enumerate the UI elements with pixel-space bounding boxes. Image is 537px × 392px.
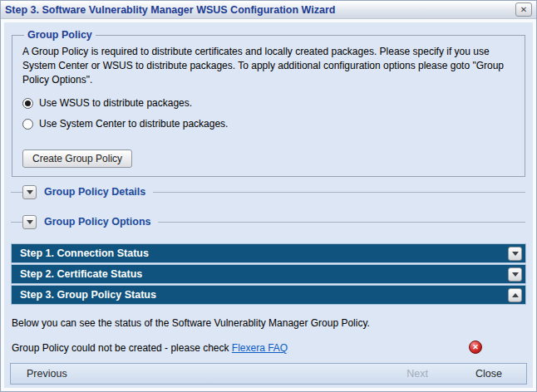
step1-toggle-button[interactable] (508, 247, 522, 261)
section-group-policy-options: Group Policy Options (11, 207, 526, 237)
step3-label: Step 3. Group Policy Status (20, 289, 156, 301)
content-area: Group Policy A Group Policy is required … (4, 22, 533, 388)
step2-label: Step 2. Certificate Status (20, 268, 142, 280)
section-label: Group Policy Details (44, 186, 145, 198)
radio-system-center-label: Use System Center to distribute packages… (39, 118, 228, 130)
status-error-row: Group Policy could not be created - plea… (12, 342, 525, 354)
dialog-title: Step 3. Software Vulnerablity Manager WS… (5, 4, 335, 16)
create-group-policy-button[interactable]: Create Group Policy (22, 149, 132, 168)
status-error-text: Group Policy could not be created - plea… (12, 342, 288, 354)
dialog-body: Group Policy A Group Policy is required … (1, 19, 536, 391)
close-wizard-button[interactable]: Close (475, 368, 502, 380)
chevron-down-icon (27, 220, 33, 224)
close-button[interactable]: ✕ (515, 2, 532, 17)
radio-wsus-label: Use WSUS to distribute packages. (39, 97, 192, 109)
step3-toggle-button[interactable] (508, 288, 522, 302)
error-icon: ✕ (469, 341, 482, 354)
wizard-footer: Previous Next Close (10, 363, 527, 385)
accordion-step1-connection-status[interactable]: Step 1. Connection Status (11, 243, 526, 263)
radio-option-system-center[interactable]: Use System Center to distribute packages… (22, 118, 515, 130)
accordion-step2-certificate-status[interactable]: Step 2. Certificate Status (11, 264, 526, 284)
group-policy-fieldset: Group Policy A Group Policy is required … (12, 29, 525, 177)
group-policy-description: A Group Policy is required to distribute… (22, 45, 515, 86)
flexera-faq-link[interactable]: Flexera FAQ (232, 342, 288, 354)
chevron-down-icon (512, 272, 519, 277)
radio-option-wsus[interactable]: Use WSUS to distribute packages. (22, 97, 515, 109)
status-intro-text: Below you can see the status of the Soft… (12, 317, 525, 329)
close-icon: ✕ (520, 6, 527, 14)
group-policy-legend: Group Policy (24, 29, 96, 41)
radio-wsus-icon[interactable] (22, 98, 33, 109)
status-accordion: Step 1. Connection Status Step 2. Certif… (11, 243, 526, 306)
chevron-down-icon (27, 190, 33, 194)
chevron-up-icon (512, 293, 519, 297)
expand-group-policy-options-button[interactable] (22, 215, 37, 229)
next-button: Next (406, 368, 428, 380)
step1-label: Step 1. Connection Status (20, 247, 149, 259)
accordion-step3-group-policy-status[interactable]: Step 3. Group Policy Status (11, 285, 526, 305)
expand-group-policy-details-button[interactable] (22, 185, 37, 199)
chevron-down-icon (512, 252, 519, 256)
previous-button[interactable]: Previous (27, 368, 67, 380)
wizard-dialog: Step 3. Software Vulnerablity Manager WS… (0, 0, 537, 392)
section-label: Group Policy Options (44, 216, 150, 228)
radio-system-center-icon[interactable] (22, 119, 33, 130)
step2-toggle-button[interactable] (508, 267, 522, 282)
title-bar: Step 3. Software Vulnerablity Manager WS… (1, 1, 536, 19)
section-group-policy-details: Group Policy Details (11, 177, 526, 207)
